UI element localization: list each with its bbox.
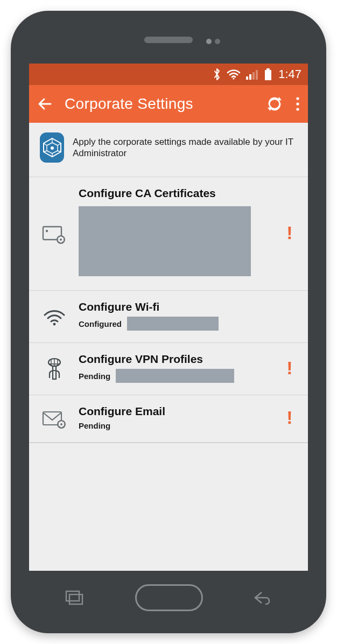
svg-point-34 [60, 423, 62, 425]
redacted-block [116, 369, 234, 383]
svg-point-23 [53, 323, 56, 326]
row-title: Configure CA Certificates [79, 187, 271, 200]
phone-speaker [144, 37, 193, 43]
bluetooth-icon [213, 68, 221, 81]
alert-icon: ! [282, 407, 297, 428]
hw-recent-icon [65, 590, 84, 606]
svg-point-9 [296, 108, 299, 110]
vpn-icon [41, 354, 68, 381]
row-vpn[interactable]: Configure VPN Profiles Pending ! [29, 343, 308, 395]
svg-rect-35 [66, 591, 79, 601]
content-area: Apply the corporate settings made availa… [29, 123, 308, 571]
status-time: 1:47 [278, 67, 301, 81]
overflow-menu-button[interactable] [295, 96, 300, 111]
row-title: Configure Wi-fi [79, 300, 271, 313]
battery-icon [264, 68, 272, 80]
svg-rect-29 [53, 366, 56, 379]
svg-point-22 [60, 239, 62, 241]
alert-icon: ! [282, 358, 297, 379]
svg-point-8 [296, 102, 299, 105]
row-email[interactable]: Configure Email Pending ! [29, 395, 308, 443]
screen: 1:47 Corporate Settings [29, 64, 308, 571]
phone-camera-dots [203, 37, 220, 46]
app-bar: Corporate Settings [29, 85, 308, 123]
banner: Apply the corporate settings made availa… [29, 123, 308, 177]
phone-frame: 1:47 Corporate Settings [11, 11, 326, 633]
svg-point-18 [51, 146, 54, 150]
back-button[interactable] [37, 96, 53, 112]
svg-rect-5 [266, 68, 270, 70]
phone-inner: 1:47 Corporate Settings [16, 16, 321, 628]
svg-rect-3 [252, 72, 255, 80]
row-status: Configured [79, 319, 122, 328]
svg-rect-36 [69, 594, 82, 604]
svg-rect-4 [256, 70, 258, 80]
hw-home-button [135, 584, 203, 611]
brand-icon [40, 132, 64, 163]
row-wifi[interactable]: Configure Wi-fi Configured ! [29, 291, 308, 343]
svg-rect-6 [265, 70, 271, 80]
row-status: Pending [79, 421, 110, 430]
svg-rect-2 [249, 74, 251, 80]
redacted-block [127, 317, 219, 331]
row-title: Configure Email [79, 405, 271, 418]
row-ca-certificates[interactable]: Configure CA Certificates ! [29, 177, 308, 291]
signal-icon [246, 69, 259, 80]
alert-icon: ! [282, 222, 297, 243]
svg-point-7 [296, 97, 299, 100]
wifi-row-icon [41, 305, 68, 326]
status-bar: 1:47 [29, 64, 308, 85]
certificate-icon [41, 220, 68, 245]
banner-text: Apply the corporate settings made availa… [73, 136, 297, 159]
page-title: Corporate Settings [65, 95, 193, 113]
redacted-block [79, 206, 251, 276]
sync-button[interactable] [266, 95, 283, 113]
wifi-icon [227, 69, 241, 80]
row-title: Configure VPN Profiles [79, 353, 271, 366]
svg-point-0 [233, 78, 235, 79]
svg-rect-1 [246, 76, 248, 80]
email-icon [41, 406, 68, 430]
hardware-nav [16, 582, 321, 614]
hw-back-icon [254, 590, 272, 605]
row-status: Pending [79, 372, 110, 381]
svg-point-20 [46, 230, 48, 232]
